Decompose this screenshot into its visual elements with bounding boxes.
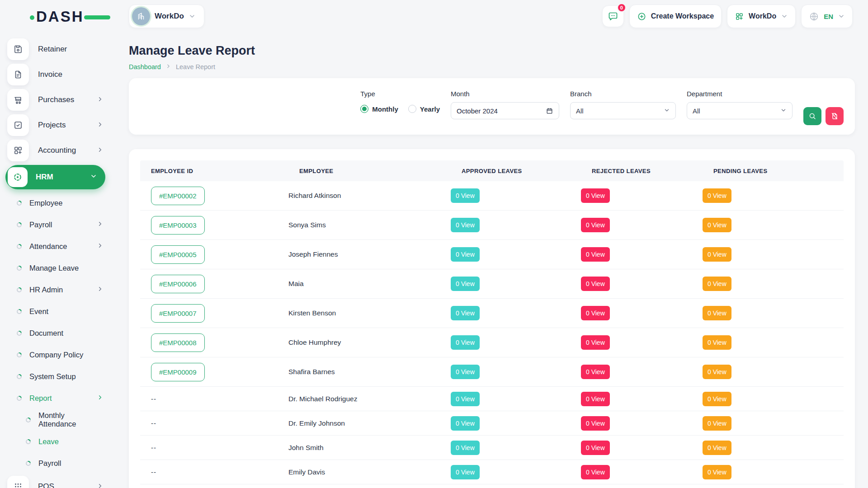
sidebar-item-document[interactable]: Document	[0, 322, 111, 344]
approved-view-badge[interactable]: 0 View	[451, 441, 480, 455]
chevron-right-icon	[97, 96, 104, 104]
rejected-view-badge[interactable]: 0 View	[581, 188, 610, 203]
filter-buttons	[803, 90, 844, 135]
approved-view-badge[interactable]: 0 View	[451, 218, 480, 232]
radio-monthly[interactable]: Monthly	[360, 105, 398, 113]
sidebar-item-purchases[interactable]: Purchases	[0, 87, 111, 113]
pending-view-badge[interactable]: 0 View	[703, 277, 731, 291]
sidebar-item-label: Event	[29, 307, 48, 316]
globe-icon	[809, 11, 819, 22]
approved-view-badge[interactable]: 0 View	[451, 247, 480, 262]
checkbox-icon	[7, 114, 29, 136]
rejected-view-badge[interactable]: 0 View	[581, 392, 610, 406]
rejected-view-badge[interactable]: 0 View	[581, 218, 610, 232]
bullet-icon	[25, 439, 31, 445]
employee-id-badge[interactable]: #EMP00006	[151, 275, 205, 293]
employee-id-badge[interactable]: #EMP00003	[151, 216, 205, 235]
pending-view-badge[interactable]: 0 View	[703, 365, 731, 379]
sidebar-item-company-policy[interactable]: Company Policy	[0, 344, 111, 366]
sidebar-item-monthly-attendance[interactable]: Monthly Attendance	[0, 409, 111, 431]
sidebar-item-hrm-active[interactable]: HRM	[5, 165, 105, 189]
pending-view-badge[interactable]: 0 View	[703, 188, 731, 203]
rejected-view-badge[interactable]: 0 View	[581, 247, 610, 262]
approved-view-badge[interactable]: 0 View	[451, 188, 480, 203]
approved-view-badge[interactable]: 0 View	[451, 277, 480, 291]
sidebar-item-label: Attendance	[29, 242, 67, 251]
bullet-icon	[16, 395, 22, 401]
sidebar-item-event[interactable]: Event	[0, 300, 111, 322]
sidebar-item-label: Invoice	[38, 70, 62, 79]
employee-name: Joseph Fiennes	[288, 250, 338, 258]
approved-view-badge[interactable]: 0 View	[451, 392, 480, 406]
rejected-view-badge[interactable]: 0 View	[581, 277, 610, 291]
pending-view-badge[interactable]: 0 View	[703, 416, 731, 431]
rejected-view-badge[interactable]: 0 View	[581, 416, 610, 431]
breadcrumb-dashboard-link[interactable]: Dashboard	[129, 63, 161, 70]
rejected-view-badge[interactable]: 0 View	[581, 306, 610, 320]
approved-view-badge[interactable]: 0 View	[451, 365, 480, 379]
sidebar-item-payroll[interactable]: Payroll	[0, 214, 111, 235]
department-select[interactable]: All	[687, 102, 793, 119]
radio-yearly-label: Yearly	[420, 105, 440, 113]
pending-view-badge[interactable]: 0 View	[703, 335, 731, 350]
month-input[interactable]: October 2024	[451, 102, 559, 119]
workspace-selector[interactable]: WorkDo	[129, 5, 204, 28]
sidebar-item-report-active[interactable]: Report	[0, 387, 111, 409]
rejected-view-badge[interactable]: 0 View	[581, 465, 610, 479]
sidebar-item-system-setup[interactable]: System Setup	[0, 366, 111, 387]
sidebar-item-projects[interactable]: Projects	[0, 113, 111, 138]
sidebar-item-invoice[interactable]: Invoice	[0, 62, 111, 87]
chevron-right-icon	[97, 146, 104, 155]
rejected-view-badge[interactable]: 0 View	[581, 365, 610, 379]
column-header-employee: EMPLOYEE	[299, 168, 462, 174]
workdo-menu-button[interactable]: WorkDo	[727, 5, 796, 28]
sidebar-item-employee[interactable]: Employee	[0, 192, 111, 214]
approved-view-badge[interactable]: 0 View	[451, 465, 480, 479]
sidebar-item-accounting[interactable]: Accounting	[0, 138, 111, 163]
employee-id-badge[interactable]: #EMP00007	[151, 304, 205, 323]
grid-plus-icon	[735, 12, 744, 21]
messages-button[interactable]: 0	[602, 5, 624, 27]
sidebar-item-report-payroll[interactable]: Payroll	[0, 452, 111, 474]
pending-view-badge[interactable]: 0 View	[703, 465, 731, 479]
sidebar-item-manage-leave[interactable]: Manage Leave	[0, 257, 111, 279]
pending-view-badge[interactable]: 0 View	[703, 392, 731, 406]
radio-yearly[interactable]: Yearly	[408, 105, 440, 113]
rejected-view-badge[interactable]: 0 View	[581, 335, 610, 350]
sidebar-item-attendance[interactable]: Attendance	[0, 235, 111, 257]
sidebar-item-leave-active[interactable]: Leave	[0, 431, 111, 452]
sidebar-item-label: Accounting	[38, 146, 76, 155]
language-selector[interactable]: EN	[801, 5, 853, 28]
rejected-view-badge[interactable]: 0 View	[581, 441, 610, 455]
approved-view-badge[interactable]: 0 View	[451, 335, 480, 350]
pending-view-badge[interactable]: 0 View	[703, 247, 731, 262]
employee-id-badge[interactable]: #EMP00008	[151, 333, 205, 352]
approved-view-badge[interactable]: 0 View	[451, 306, 480, 320]
sidebar-item-retainer[interactable]: Retainer	[0, 37, 111, 62]
employee-name: Richard Atkinson	[288, 192, 341, 200]
apps-plus-icon	[7, 140, 29, 161]
branch-select[interactable]: All	[570, 102, 676, 119]
pending-view-badge[interactable]: 0 View	[703, 306, 731, 320]
employee-id-badge[interactable]: #EMP00009	[151, 363, 205, 381]
employee-id-empty: --	[151, 468, 156, 476]
sidebar-item-pos[interactable]: POS	[0, 474, 111, 488]
branch-filter-group: Branch All	[570, 90, 676, 135]
export-button[interactable]	[826, 107, 844, 125]
sidebar-item-label: Document	[29, 329, 63, 338]
workspace-avatar	[132, 7, 150, 25]
invoice-icon	[7, 64, 29, 85]
column-header-pending: PENDING LEAVES	[713, 168, 844, 174]
approved-view-badge[interactable]: 0 View	[451, 416, 480, 431]
pending-view-badge[interactable]: 0 View	[703, 441, 731, 455]
app-logo[interactable]: DASH	[30, 7, 102, 26]
sidebar-item-hr-admin[interactable]: HR Admin	[0, 279, 111, 300]
table-row: #EMP00007 Kirsten Benson 0 View 0 View 0…	[140, 299, 844, 328]
pending-view-badge[interactable]: 0 View	[703, 218, 731, 232]
branch-label: Branch	[570, 90, 676, 98]
search-button[interactable]	[803, 107, 821, 125]
employee-id-badge[interactable]: #EMP00005	[151, 245, 205, 264]
employee-id-badge[interactable]: #EMP00002	[151, 187, 205, 205]
radio-unchecked-icon	[408, 105, 416, 113]
create-workspace-button[interactable]: Create Workspace	[629, 5, 722, 28]
